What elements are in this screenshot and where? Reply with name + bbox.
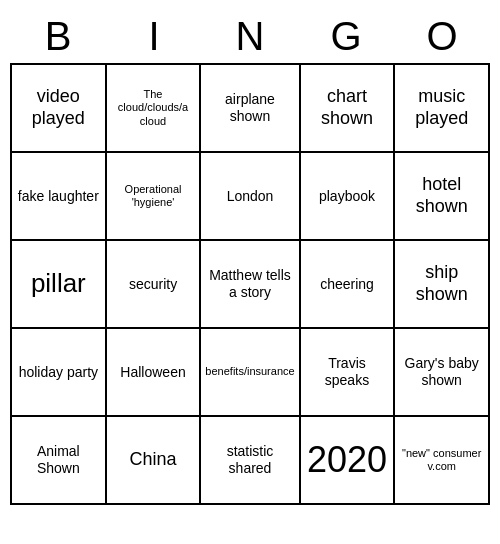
cell-text: hotel shown [399,174,484,217]
cell-text: chart shown [305,86,390,129]
cell-text: pillar [31,268,86,299]
bingo-cell: security [107,241,202,329]
header-letter: B [10,10,106,63]
bingo-cell: Halloween [107,329,202,417]
bingo-cell: Operational 'hygiene' [107,153,202,241]
bingo-cell: Animal Shown [12,417,107,505]
bingo-cell: Matthew tells a story [201,241,300,329]
bingo-header: BINGO [10,10,490,63]
bingo-cell: fake laughter [12,153,107,241]
cell-text: holiday party [19,364,98,381]
header-letter: G [298,10,394,63]
bingo-cell: "new" consumer v.com [395,417,490,505]
bingo-cell: London [201,153,300,241]
bingo-card: BINGO video playedThe cloud/clouds/a clo… [10,10,490,505]
cell-text: Travis speaks [305,355,390,389]
bingo-cell: pillar [12,241,107,329]
bingo-cell: airplane shown [201,65,300,153]
bingo-cell: 2020 [301,417,396,505]
cell-text: playbook [319,188,375,205]
cell-text: London [227,188,274,205]
cell-text: benefits/insurance [205,365,294,378]
bingo-cell: Travis speaks [301,329,396,417]
cell-text: statistic shared [205,443,294,477]
bingo-cell: The cloud/clouds/a cloud [107,65,202,153]
header-letter: O [394,10,490,63]
cell-text: Matthew tells a story [205,267,294,301]
bingo-cell: cheering [301,241,396,329]
cell-text: airplane shown [205,91,294,125]
bingo-cell: Gary's baby shown [395,329,490,417]
cell-text: cheering [320,276,374,293]
bingo-grid: video playedThe cloud/clouds/a cloudairp… [10,63,490,505]
cell-text: China [130,449,177,471]
cell-text: fake laughter [18,188,99,205]
cell-text: video played [16,86,101,129]
bingo-cell: chart shown [301,65,396,153]
cell-text: Animal Shown [16,443,101,477]
bingo-cell: ship shown [395,241,490,329]
bingo-cell: music played [395,65,490,153]
header-letter: N [202,10,298,63]
bingo-cell: benefits/insurance [201,329,300,417]
cell-text: music played [399,86,484,129]
cell-text: Gary's baby shown [399,355,484,389]
cell-text: 2020 [307,438,387,481]
cell-text: The cloud/clouds/a cloud [111,88,196,128]
bingo-cell: holiday party [12,329,107,417]
bingo-cell: playbook [301,153,396,241]
header-letter: I [106,10,202,63]
bingo-cell: hotel shown [395,153,490,241]
cell-text: ship shown [399,262,484,305]
bingo-cell: statistic shared [201,417,300,505]
cell-text: "new" consumer v.com [399,447,484,473]
bingo-cell: China [107,417,202,505]
cell-text: Operational 'hygiene' [111,183,196,209]
bingo-cell: video played [12,65,107,153]
cell-text: Halloween [120,364,185,381]
cell-text: security [129,276,177,293]
